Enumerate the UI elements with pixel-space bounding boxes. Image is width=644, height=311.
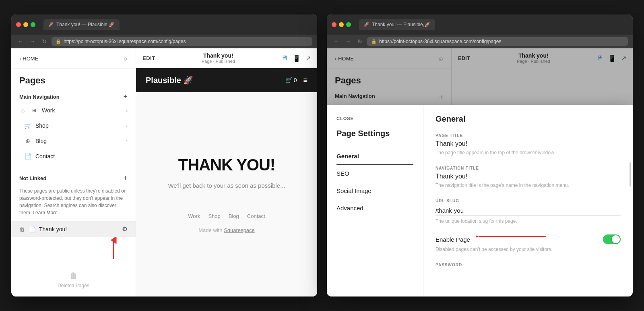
sidebar-item-work[interactable]: ⌂ ⊞ Work › (11, 103, 136, 118)
url-slug-input-wrapper (436, 205, 621, 216)
maximize-traffic-light[interactable] (31, 22, 35, 27)
sq-sidebar-left: ‹ HOME ⌕ Pages Main Navigation + ⌂ ⊞ Wor… (11, 48, 136, 296)
shop-chevron-icon: › (126, 123, 128, 129)
close-traffic-light[interactable] (16, 22, 21, 27)
browser-content-left: ‹ HOME ⌕ Pages Main Navigation + ⌂ ⊞ Wor… (11, 48, 317, 296)
view-buttons: 🖥 📱 ↗ (281, 54, 311, 62)
page-settings-close-button[interactable]: CLOSE (336, 116, 354, 121)
forward-button-right[interactable]: → (344, 37, 353, 46)
add-main-nav-button[interactable]: + (123, 93, 128, 100)
shop-item-label: Shop (35, 122, 126, 129)
add-not-linked-button[interactable]: + (123, 174, 128, 182)
lock-icon-right: 🔒 (371, 39, 377, 44)
close-traffic-light-right[interactable] (332, 22, 336, 27)
scrollbar-handle[interactable] (630, 162, 631, 187)
thank-you-page-item[interactable]: 🗑 📄 Thank you! ⚙ (11, 221, 136, 237)
refresh-button-right[interactable]: ↻ (356, 37, 364, 46)
back-button-left[interactable]: ← (16, 37, 25, 46)
learn-more-link[interactable]: Learn More (33, 210, 57, 216)
address-bar-right[interactable]: 🔒 https://point-octopus-36xl.squarespace… (367, 37, 628, 46)
faded-view-btns: 🖥 📱 ↗ (597, 54, 626, 62)
browser-tab-left[interactable]: 🚀 Thank you! — Plausible,🚀 (43, 19, 120, 30)
faded-page-info: Thank you! Page · Published (517, 52, 550, 64)
url-slug-input[interactable] (436, 205, 621, 216)
page-title-field-group: PAGE TITLE Thank you! The page title app… (436, 133, 621, 156)
browser-content-right: ‹ HOME ⌕ Pages Main Navigation + ⌂ ⊞ Wor… (327, 48, 633, 296)
footer-nav-shop[interactable]: Shop (208, 213, 220, 219)
up-arrow-svg (107, 237, 120, 261)
not-linked-section: Not Linked + These pages are public unle… (11, 170, 136, 221)
nav-title-field-group: NAVIGATION TITLE Thank you! The navigati… (436, 166, 621, 189)
page-settings-title: Page Settings (336, 129, 413, 138)
preview-footer-nav: Work Shop Blog Contact (188, 213, 265, 219)
back-button-right[interactable]: ← (332, 37, 341, 46)
desktop-view-button[interactable]: 🖥 (281, 54, 288, 62)
site-preview: Plausible 🚀 🛒 0 ≡ THANK YOU! We'll get b… (136, 68, 317, 296)
footer-nav-contact[interactable]: Contact (247, 213, 265, 219)
preview-body: THANK YOU! We'll get back to your as soo… (136, 92, 317, 296)
home-back-button[interactable]: ‹ HOME (19, 56, 38, 62)
settings-nav-advanced[interactable]: Advanced (336, 200, 413, 217)
settings-nav-general[interactable]: General (336, 148, 413, 165)
edit-button[interactable]: EDIT (142, 55, 155, 61)
enable-page-field-group: Enable Page Disabled pages can't be acce… (436, 234, 621, 253)
minimize-traffic-light[interactable] (23, 22, 28, 27)
sidebar-item-contact[interactable]: 📄 Contact (11, 149, 136, 164)
minimize-traffic-light-right[interactable] (339, 22, 344, 27)
url-left: https://point-octopus-36xl.squarespace.c… (64, 39, 186, 44)
preview-subtitle: We'll get back to your as soon as possib… (168, 182, 285, 189)
grid-icon: ⊞ (31, 107, 38, 114)
settings-nav-seo[interactable]: SEO (336, 165, 413, 182)
page-title-value: Thank you! (436, 140, 621, 147)
not-linked-label: Not Linked (19, 175, 46, 181)
blog-icon: ⊕ (24, 137, 31, 145)
gear-settings-icon[interactable]: ⚙ (122, 225, 128, 233)
browser-tab-right[interactable]: 🚀 Thank you! — Plausible,🚀 (359, 19, 435, 30)
nav-bar-right: ← → ↻ 🔒 https://point-octopus-36xl.squar… (327, 35, 633, 48)
enable-page-toggle[interactable] (603, 234, 621, 244)
cart-icon: 🛒 0 (285, 77, 297, 83)
maximize-traffic-light-right[interactable] (346, 22, 351, 27)
page-info: Thank you! Page · Published (202, 52, 235, 64)
refresh-button-left[interactable]: ↻ (40, 37, 48, 46)
squarespace-link[interactable]: Squarespace (224, 227, 255, 233)
footer-nav-blog[interactable]: Blog (229, 213, 239, 219)
work-item-label: Work (42, 107, 126, 114)
chevron-left-icon: ‹ (19, 56, 21, 62)
page-settings-modal: CLOSE Page Settings General SEO Social I… (327, 105, 633, 296)
browser-chrome-right: 🚀 Thank you! — Plausible,🚀 (327, 15, 633, 35)
faded-toolbar: EDIT Thank you! Page · Published 🖥 📱 ↗ (452, 48, 633, 68)
traffic-lights-left (16, 22, 35, 27)
left-browser-window: 🚀 Thank you! — Plausible,🚀 ← → ↻ 🔒 https… (11, 15, 317, 296)
tab-favicon-right: 🚀 (364, 22, 369, 27)
toggle-knob (612, 235, 620, 243)
enable-page-toggle-row: Enable Page (436, 234, 621, 244)
faded-pages: Pages (327, 69, 451, 89)
password-label: PASSWORD (436, 263, 621, 267)
page-title-desc: The page title appears in the top of the… (436, 149, 621, 156)
page-settings-content: General PAGE TITLE Thank you! The page t… (423, 105, 633, 296)
footer-nav-work[interactable]: Work (188, 213, 200, 219)
expand-view-button[interactable]: ↗ (305, 54, 311, 62)
page-icon: 📄 (29, 226, 36, 232)
preview-footer: Made with Squarespace (198, 227, 255, 233)
home-back-label: HOME (23, 56, 38, 62)
mobile-view-button[interactable]: 📱 (293, 54, 301, 62)
page-info-status: Page · Published (202, 59, 235, 64)
search-button[interactable]: ⌕ (124, 55, 128, 62)
preview-header: Plausible 🚀 🛒 0 ≡ (136, 68, 317, 92)
delete-page-icon[interactable]: 🗑 (19, 226, 25, 232)
pages-title: Pages (11, 69, 136, 89)
deleted-pages-label: Deleted Pages (58, 283, 89, 288)
sidebar-item-blog[interactable]: ⊕ Blog › (11, 133, 136, 149)
settings-nav-social-image[interactable]: Social Image (336, 182, 413, 200)
nav-title-value: Thank you! (436, 173, 621, 180)
address-bar-left[interactable]: 🔒 https://point-octopus-36xl.squarespace… (52, 37, 312, 46)
not-linked-header: Not Linked + (11, 170, 136, 184)
main-nav-section-header: Main Navigation + (11, 89, 136, 103)
blog-chevron-icon: › (126, 138, 128, 144)
tab-favicon: 🚀 (48, 22, 54, 27)
sidebar-item-shop[interactable]: 🛒 Shop › (11, 118, 136, 133)
forward-button-left[interactable]: → (28, 37, 37, 46)
home-icon: ⌂ (19, 107, 27, 114)
